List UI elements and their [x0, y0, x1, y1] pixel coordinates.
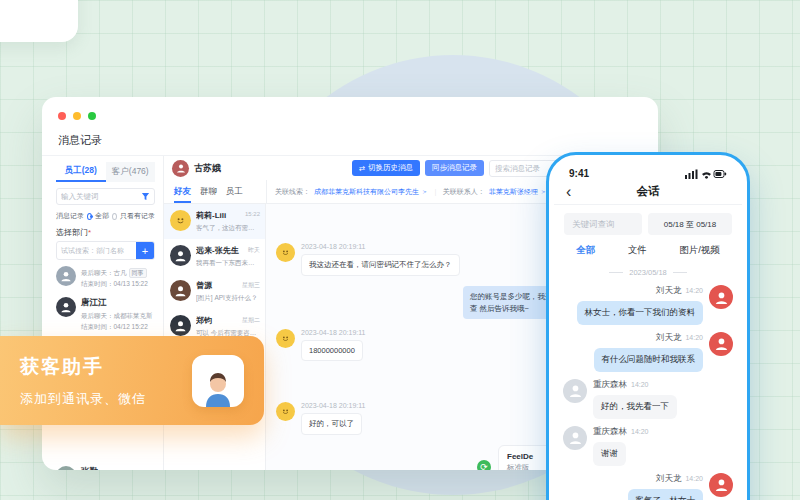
message-bubble: 18000000000 [301, 340, 363, 361]
avatar [276, 243, 295, 262]
message-time: 14:20 [685, 475, 703, 482]
avatar [276, 329, 295, 348]
window-controls [58, 112, 96, 120]
conversation-preview: 客气了，这边有需要随时联… [196, 224, 259, 233]
record-filter: 消息记录 全部 只看有记录 [56, 211, 155, 221]
lead-label: 关联线索： [275, 187, 310, 197]
phone-search-row: 05/18 至 05/18 [554, 205, 742, 237]
sidebar-tabs: 员工(28) 客户(476) [56, 162, 155, 182]
avatar [709, 473, 733, 497]
avatar [563, 426, 587, 450]
message-timestamp: 2023-04-18 20:19:11 [301, 243, 460, 250]
avatar [172, 160, 189, 177]
end-time: 结束时间：04/13 15:22 [81, 280, 148, 289]
phone-status-bar: 9:41 [554, 160, 742, 179]
avatar [709, 332, 733, 356]
chat-peer-name: 古苏娥 [194, 162, 221, 175]
phone-page-title: 会话 [637, 184, 660, 199]
sync-messages-button[interactable]: 同步消息记录 [425, 160, 484, 176]
conversation-time: 星期三 [242, 281, 260, 290]
list-item[interactable]: 最后聊天：古凡同事 结束时间：04/13 15:22 [56, 264, 155, 293]
page-background: 消息记录 员工(28) 客户(476) 消息记录 全部 只看有记录 [0, 0, 800, 500]
message-timestamp: 2023-04-18 20:19:11 [301, 329, 365, 336]
department-search-input[interactable] [57, 247, 136, 254]
contact-name: 张勤 [81, 466, 148, 470]
radio-all-label[interactable]: 全部 [95, 211, 109, 221]
contact-link[interactable]: 菲莱克斯张经理 ＞ [489, 187, 547, 197]
avatar [170, 315, 191, 336]
assistant-app-icon [192, 355, 244, 407]
tab-media[interactable]: 图片/视频 [679, 244, 720, 257]
sidebar-search-input[interactable] [61, 192, 141, 201]
chevron-right-icon: ＞ [421, 188, 428, 195]
message-bubble: 好的，可以了 [301, 413, 362, 435]
window-title: 消息记录 [58, 133, 102, 148]
message-time: 14:20 [685, 287, 703, 294]
group-chip: 群聊 [155, 311, 156, 321]
tab-employees[interactable]: 员工(28) [56, 162, 106, 182]
maximize-window-icon[interactable] [88, 112, 96, 120]
radio-only-label[interactable]: 只看有记录 [120, 211, 155, 221]
tab-files[interactable]: 文件 [628, 244, 647, 257]
relation-tabs: 好友 群聊 员工 [164, 180, 266, 203]
message-bubble: 谢谢 [593, 442, 626, 466]
last-chat: 最后聊天：成都菲莱克斯 [81, 312, 153, 321]
divider: ｜ [432, 187, 439, 197]
phone-screen: 9:41 ‹ 会话 05/18 至 05/18 全部 文件 图片/视频 2 [554, 160, 742, 500]
contact-label: 关联联系人： [443, 187, 485, 197]
avatar [170, 210, 191, 231]
conversation-preview: [图片] API支持什么？ [196, 294, 259, 303]
conversation-time: 昨天 [248, 246, 260, 255]
list-item[interactable]: 唐江江 最后聊天：成都菲莱克斯群聊 结束时间：04/12 15:22 [56, 293, 155, 336]
filter-icon[interactable] [141, 192, 150, 201]
department-search[interactable]: + [56, 241, 155, 260]
avatar [56, 466, 76, 470]
switch-icon: ⇄ [359, 164, 365, 173]
message-time: 14:20 [631, 381, 649, 388]
promo-subtitle: 添加到通讯录、微信 [20, 390, 146, 408]
minimize-window-icon[interactable] [73, 112, 81, 120]
incoming-message: 重庆森林14:20 谢谢 [563, 426, 733, 466]
sender-name: 刘天龙 [656, 473, 682, 483]
switch-history-button[interactable]: ⇄切换历史消息 [352, 160, 420, 176]
lead-link[interactable]: 成都菲莱克斯科技有限公司李先生 ＞ [314, 187, 428, 197]
date-divider: 2023/05/18 [554, 265, 742, 283]
decorative-corner-card [0, 0, 78, 42]
keyword-search-input[interactable] [564, 213, 642, 235]
add-department-button[interactable]: + [136, 242, 154, 259]
promo-text: 获客助手 添加到通讯录、微信 [20, 354, 146, 408]
radio-only-records[interactable] [112, 213, 117, 220]
message-bubble: 林女士，你看一下我们的资料 [577, 301, 704, 325]
sidebar-search[interactable] [56, 188, 155, 205]
list-item[interactable]: 曾源 [图片] API支持什么？ 星期三 [164, 274, 265, 309]
tab-friends[interactable]: 好友 [174, 180, 191, 203]
list-item[interactable]: 远来-张先生 我再看一下东西来，有没有… 昨天 [164, 239, 265, 274]
tab-all[interactable]: 全部 [576, 244, 595, 257]
department-label: 选择部门* [56, 227, 155, 238]
radio-all[interactable] [87, 213, 92, 220]
avatar [709, 285, 733, 309]
message-timestamp: 2023-04-18 20:19:11 [301, 402, 365, 409]
date-range-picker[interactable]: 05/18 至 05/18 [648, 213, 732, 235]
list-item[interactable]: 张勤 最后聊天：古凡同事 结束时间：04/02 15:22 [56, 462, 155, 470]
tab-groups[interactable]: 群聊 [200, 180, 217, 203]
conversation-time: 15:22 [245, 211, 260, 217]
tab-customers[interactable]: 客户(476) [106, 162, 156, 182]
sync-success-icon: ⟳ [477, 460, 491, 470]
avatar [170, 280, 191, 301]
avatar [56, 266, 76, 286]
record-filter-label: 消息记录 [56, 211, 84, 221]
back-icon[interactable]: ‹ [566, 184, 571, 200]
status-time: 9:41 [569, 168, 589, 179]
sender-name: 重庆森林 [593, 426, 627, 436]
outgoing-message: 刘天龙14:20 客气了，林女士 [563, 473, 733, 500]
phone-message-list: 刘天龙14:20 林女士，你看一下我们的资料 刘天龙14:20 有什么问题随时和… [554, 283, 742, 500]
sender-name: 刘天龙 [656, 285, 682, 295]
tab-staff[interactable]: 员工 [226, 180, 243, 203]
close-window-icon[interactable] [58, 112, 66, 120]
contact-name: 唐江江 [81, 297, 155, 309]
list-item[interactable]: 莉莉-Lili 客气了，这边有需要随时联… 15:22 [164, 204, 265, 239]
outgoing-message: 刘天龙14:20 有什么问题随时和我联系 [563, 332, 733, 372]
message-bubble: 好的，我先看一下 [593, 395, 677, 419]
message-time: 14:20 [631, 428, 649, 435]
